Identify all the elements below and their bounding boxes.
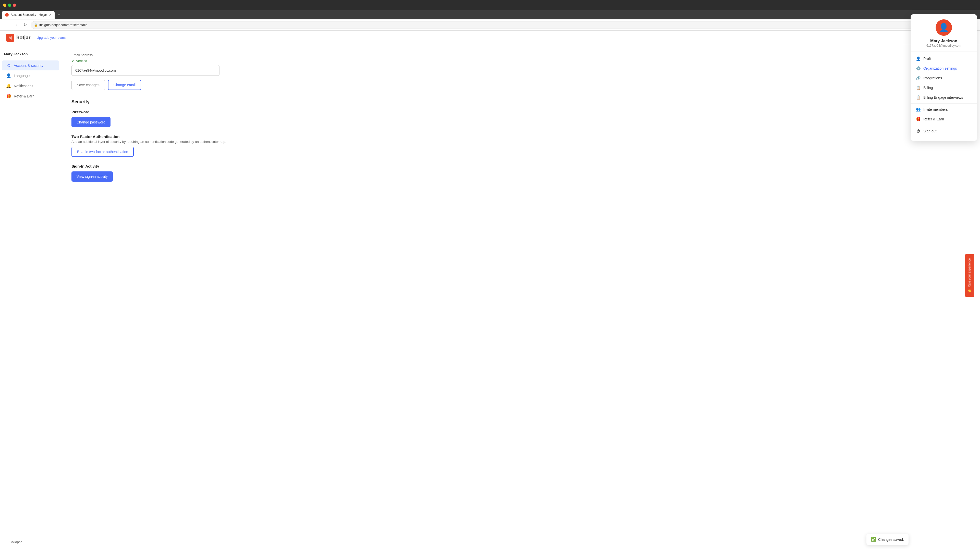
dropdown-item-org-settings[interactable]: ⚙️ Organization settings (911, 64, 977, 73)
sidebar: Mary Jackson ⊙ Account & security 👤 Lang… (0, 45, 61, 551)
top-nav: hj hotjar Upgrade your plans English ▾ 🎁… (0, 30, 980, 45)
invite-members-icon: 👥 (916, 107, 921, 112)
sidebar-user-name: Mary Jackson (0, 50, 61, 60)
refer-earn-icon: 🎁 (6, 94, 11, 98)
dropdown-item-label-sign-out: Sign out (923, 129, 936, 133)
signin-title: Sign-In Activity (72, 164, 970, 168)
org-settings-icon: ⚙️ (916, 66, 921, 71)
dropdown-item-label-billing: Billing (923, 86, 933, 90)
dropdown-item-invite-members[interactable]: 👥 Invite members (911, 105, 977, 114)
verified-check-icon: ✔ (72, 59, 75, 63)
dropdown-items: 👤 Profile ⚙️ Organization settings 🔗 Int… (911, 52, 977, 138)
tfa-title: Two-Factor Authentication (72, 135, 970, 139)
sidebar-item-language[interactable]: 👤 Language (2, 71, 59, 81)
dropdown-item-label-org-settings: Organization settings (923, 66, 957, 70)
sidebar-footer: ← Collapse (0, 537, 61, 547)
hotjar-logo-icon: hj (6, 34, 14, 42)
sidebar-item-label-notifications: Notifications (14, 84, 33, 88)
sign-out-icon: ⏻ (916, 129, 921, 133)
change-email-button[interactable]: Change email (108, 80, 141, 90)
dropdown-item-billing[interactable]: 📋 Billing (911, 83, 977, 93)
collapse-btn[interactable]: ← Collapse (4, 540, 57, 544)
signin-section: Sign-In Activity View sign-in activity (72, 164, 970, 182)
verified-badge: ✔ Verified (72, 59, 970, 63)
toast-notification: ✅ Changes saved. (866, 534, 908, 545)
window-controls[interactable] (3, 3, 16, 7)
dropdown-item-label-profile: Profile (923, 57, 934, 61)
hotjar-logo[interactable]: hj hotjar (6, 34, 30, 42)
enable-tfa-button[interactable]: Enable two-factor authentication (72, 147, 134, 157)
dropdown-item-label-refer-earn: Refer & Earn (923, 117, 944, 121)
email-field-label: Email Address (72, 53, 970, 57)
dropdown-item-billing-engage[interactable]: 📋 Billing Engage interviews (911, 93, 977, 102)
rate-experience-icon: ⭐ (967, 289, 971, 293)
collapse-icon: ← (4, 540, 7, 544)
sidebar-item-label-refer-earn: Refer & Earn (14, 94, 35, 98)
rate-experience-btn[interactable]: ⭐ Rate your experience (965, 254, 974, 297)
security-heading: Security (72, 99, 970, 105)
dropdown-user-name: Mary Jackson (916, 39, 972, 43)
security-section: Security Password Change password Two-Fa… (72, 99, 970, 182)
verified-text: Verified (76, 59, 87, 63)
main-layout: Mary Jackson ⊙ Account & security 👤 Lang… (0, 45, 980, 551)
tab-close-btn[interactable]: ✕ (49, 13, 52, 17)
billing-engage-icon: 📋 (916, 95, 921, 100)
sidebar-item-label-account-security: Account & security (14, 64, 43, 68)
address-bar[interactable]: 🔒 insights.hotjar.com/profile/details (30, 21, 926, 29)
sidebar-item-refer-earn[interactable]: 🎁 Refer & Earn (2, 91, 59, 101)
minimize-btn[interactable] (3, 3, 6, 7)
back-btn[interactable]: ← (3, 21, 10, 29)
close-btn[interactable] (13, 3, 16, 7)
browser-tab-active[interactable]: Account & security - Hotjar ✕ (2, 11, 55, 19)
maximize-btn[interactable] (8, 3, 11, 7)
app-container: hj hotjar Upgrade your plans English ▾ 🎁… (0, 30, 980, 551)
dropdown-user-section: 👤 Mary Jackson 6167ae94@moodjoy.com (911, 19, 977, 52)
sidebar-item-account-security[interactable]: ⊙ Account & security (2, 60, 59, 70)
collapse-label: Collapse (10, 540, 22, 544)
account-security-icon: ⊙ (6, 63, 11, 68)
sidebar-item-label-language: Language (14, 74, 30, 78)
password-label: Password (72, 110, 970, 114)
dropdown-user-email: 6167ae94@moodjoy.com (916, 44, 972, 48)
dropdown-item-profile[interactable]: 👤 Profile (911, 54, 977, 64)
forward-btn[interactable]: → (12, 21, 19, 29)
reload-btn[interactable]: ↻ (21, 21, 29, 29)
new-tab-btn[interactable]: + (56, 12, 62, 17)
email-input[interactable] (72, 65, 220, 76)
tab-favicon (5, 13, 9, 17)
billing-icon: 📋 (916, 86, 921, 90)
upgrade-link[interactable]: Upgrade your plans (37, 36, 65, 40)
browser-chrome (0, 0, 980, 10)
language-icon: 👤 (6, 73, 11, 78)
refer-earn-dropdown-icon: 🎁 (916, 117, 921, 121)
dropdown-item-integrations[interactable]: 🔗 Integrations (911, 73, 977, 83)
view-signin-activity-button[interactable]: View sign-in activity (72, 171, 113, 182)
dropdown-item-label-integrations: Integrations (923, 76, 942, 80)
profile-icon: 👤 (916, 56, 921, 61)
address-url: insights.hotjar.com/profile/details (39, 23, 87, 27)
dropdown-avatar-icon: 👤 (939, 23, 949, 32)
save-changes-button[interactable]: Save changes (72, 80, 105, 90)
tfa-description: Add an additional layer of security by r… (72, 140, 970, 144)
dropdown-item-label-invite-members: Invite members (923, 107, 948, 111)
toast-check-icon: ✅ (871, 537, 876, 542)
tab-title: Account & security - Hotjar (11, 13, 47, 17)
dropdown-item-refer-earn[interactable]: 🎁 Refer & Earn (911, 114, 977, 124)
content-area: Email Address ✔ Verified Save changes Ch… (61, 45, 980, 551)
dropdown-item-label-billing-engage: Billing Engage interviews (923, 95, 963, 100)
dropdown-item-sign-out[interactable]: ⏻ Sign out (911, 126, 977, 136)
browser-tab-bar: Account & security - Hotjar ✕ + (0, 10, 980, 19)
notifications-icon: 🔔 (6, 83, 11, 88)
browser-toolbar: ← → ↻ 🔒 insights.hotjar.com/profile/deta… (0, 19, 980, 30)
dropdown-avatar: 👤 (935, 19, 952, 36)
sidebar-item-notifications[interactable]: 🔔 Notifications (2, 81, 59, 91)
tfa-section: Two-Factor Authentication Add an additio… (72, 135, 970, 157)
sidebar-nav: ⊙ Account & security 👤 Language 🔔 Notifi… (0, 60, 61, 537)
email-btn-row: Save changes Change email (72, 80, 970, 90)
toast-text: Changes saved. (878, 537, 904, 541)
integrations-icon: 🔗 (916, 76, 921, 80)
user-dropdown-menu: 👤 Mary Jackson 6167ae94@moodjoy.com 👤 Pr… (911, 14, 977, 141)
hotjar-logo-text: hotjar (16, 35, 30, 41)
change-password-button[interactable]: Change password (72, 117, 110, 127)
password-section: Password Change password (72, 110, 970, 127)
